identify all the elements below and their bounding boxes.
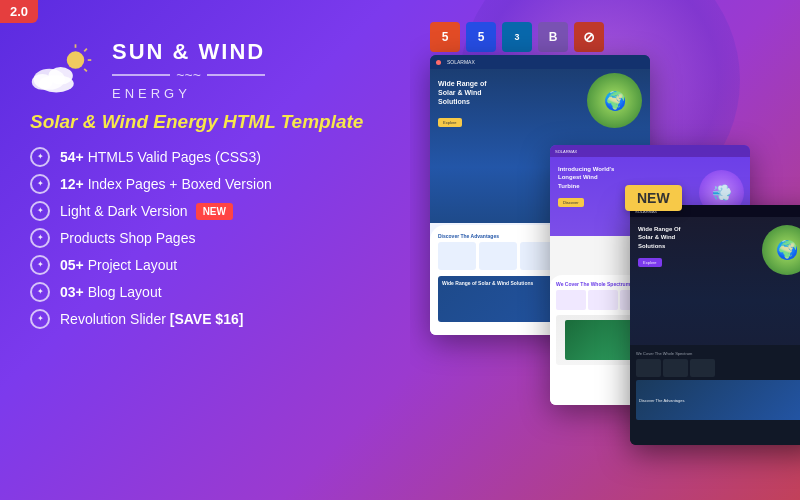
bullet-icon [30, 309, 50, 329]
list-item: Revolution Slider [SAVE $16] [30, 309, 390, 329]
logo-subtitle: ENERGY [112, 86, 265, 101]
earth-illustration: 🌍 [587, 73, 642, 128]
save-highlight: [SAVE $16] [170, 311, 244, 327]
template-title: Solar & Wind Energy HTML Template [30, 111, 390, 133]
sc3-btn: Explore [638, 258, 662, 267]
feature-list: 54+ HTML5 Valid Pages (CSS3) 12+ Index P… [30, 147, 390, 329]
svg-point-0 [67, 51, 85, 69]
bullet-icon [30, 255, 50, 275]
list-item: 03+ Blog Layout [30, 282, 390, 302]
bullet-icon [30, 201, 50, 221]
feature-text: 03+ Blog Layout [60, 283, 162, 301]
bullet-icon [30, 228, 50, 248]
left-panel: SUN & WIND ~~~ ENERGY Solar & Wind Energ… [0, 0, 420, 500]
feature-text: 54+ HTML5 Valid Pages (CSS3) [60, 148, 261, 166]
list-item: Products Shop Pages [30, 228, 390, 248]
screenshot-dark: SOLARMAX Wide Range OfSolar & WindSoluti… [630, 205, 800, 445]
highlight: 03+ [60, 284, 84, 300]
svg-line-4 [84, 68, 87, 71]
feature-text: 05+ Project Layout [60, 256, 177, 274]
feature-text: 12+ Index Pages + Boxed Version [60, 175, 272, 193]
highlight: 12+ [60, 176, 84, 192]
bullet-icon [30, 282, 50, 302]
new-badge-overlay: NEW [625, 185, 682, 211]
list-item: 12+ Index Pages + Boxed Version [30, 174, 390, 194]
feature-text: Light & Dark Version [60, 202, 188, 220]
sc-hero-btn: Explore [438, 118, 462, 127]
feature-text: Products Shop Pages [60, 229, 195, 247]
bullet-icon [30, 147, 50, 167]
logo-area: SUN & WIND ~~~ ENERGY [30, 40, 390, 101]
logo-icon [30, 41, 100, 101]
right-panel: SOLARMAX Wide Range ofSolar & WindSoluti… [410, 0, 800, 500]
logo-divider: ~~~ [112, 67, 265, 83]
svg-line-2 [84, 48, 87, 51]
bullet-icon [30, 174, 50, 194]
screenshot-container: SOLARMAX Wide Range ofSolar & WindSoluti… [430, 55, 800, 500]
list-item: Light & Dark Version NEW [30, 201, 390, 221]
list-item: 05+ Project Layout [30, 255, 390, 275]
sc-nav-logo: SOLARMAX [447, 59, 475, 65]
list-item: 54+ HTML5 Valid Pages (CSS3) [30, 147, 390, 167]
tilde-decoration: ~~~ [176, 67, 201, 83]
svg-point-8 [39, 75, 74, 93]
highlight: 54+ [60, 149, 84, 165]
feature-text: Revolution Slider [SAVE $16] [60, 310, 243, 328]
logo-text: SUN & WIND ~~~ ENERGY [112, 40, 265, 101]
highlight: 05+ [60, 257, 84, 273]
new-badge: NEW [196, 203, 233, 220]
logo-title: SUN & WIND [112, 40, 265, 64]
